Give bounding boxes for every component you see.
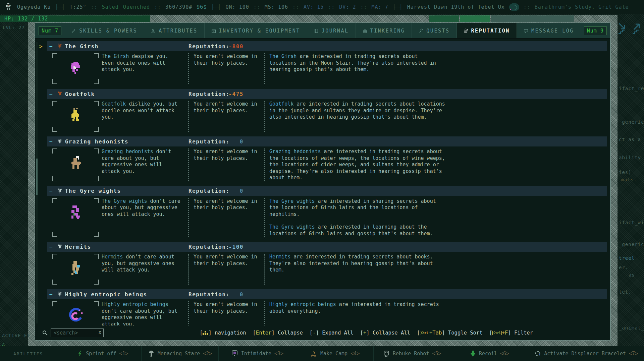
window-footer: X [] navigation [Enter] Collapse [-] Exp… (35, 325, 610, 340)
hint-collapse-all: [+] Collapse All (360, 330, 410, 336)
faction-header[interactable]: > − The Girsh Reputation: -800 (47, 41, 607, 51)
num7-hotkey-badge: Num 7 (39, 26, 61, 35)
hermit-creature-sprite (69, 260, 84, 277)
location-name: Barathrum's Study, Grit Gate (535, 4, 629, 10)
ctrl-key-icon: Ctrl (420, 331, 429, 335)
tab-quests[interactable]: QUESTS (412, 23, 456, 38)
faction-interests: The Girsh are interested in trading secr… (264, 53, 445, 84)
faction-interests: Goatfolk are interested in trading secre… (264, 101, 445, 132)
ability-make-camp[interactable]: Make Camp<4> (296, 346, 373, 361)
displacer-bracelet-icon (534, 350, 541, 357)
stairs-up-icon[interactable] (631, 22, 642, 35)
faction-name: Goatfolk (65, 91, 95, 97)
tab-tinkering[interactable]: TINKERING (356, 23, 412, 38)
collapse-toggle[interactable]: − (49, 291, 53, 298)
tab-message-log[interactable]: MESSAGE LOG (517, 23, 581, 38)
money: 96$ (197, 4, 207, 10)
tab-journal[interactable]: JOURNAL (307, 23, 356, 38)
navpad-icon (203, 331, 208, 335)
stat-av: AV: 15 (304, 4, 324, 10)
bg-fragment: ability (619, 155, 641, 160)
bg-fragment: er. (619, 265, 628, 270)
faction-tree-icon (57, 244, 62, 250)
abilities-title: ABILITIES (0, 346, 64, 361)
bg-fragment: _generic (619, 119, 644, 125)
faction-header[interactable]: − Highly entropic beings Reputation: 0 (47, 289, 607, 299)
collapse-toggle[interactable]: − (49, 244, 53, 250)
bg-fragment: ies) (619, 170, 632, 175)
tab-inventory-equipment[interactable]: INVENTORY & EQUIPMENT (204, 23, 307, 38)
divider: ├─┤ (55, 4, 65, 10)
scrollbar[interactable] (36, 42, 38, 323)
stat-bar-segment (491, 15, 574, 22)
keyboard-hints: [] navigation [Enter] Collapse [-] Expan… (200, 330, 533, 336)
faction-header[interactable]: − Goatfolk Reputation: -475 (47, 89, 607, 99)
collapse-toggle[interactable]: − (49, 43, 53, 50)
faction-row: − Goatfolk Reputation: -475 (47, 89, 607, 134)
reputation-value: 0 (215, 138, 244, 145)
faction-name: Hermits (65, 244, 91, 250)
faction-header[interactable]: − The Gyre wights Reputation: 0 (47, 186, 607, 196)
recoil-icon (470, 350, 476, 357)
make-camp-icon (310, 350, 317, 357)
faction-tree-icon (57, 91, 62, 97)
faction-name: The Gyre wights (65, 188, 121, 194)
bg-fragment: ACTIVE EF (2, 333, 31, 338)
bg-fragment: _animal_ (619, 325, 644, 330)
stairs-down-icon[interactable] (617, 22, 628, 35)
bg-fragment: ct as a (619, 137, 641, 142)
ability-activate-displacer-bracelet[interactable]: Activate Displacer Bracelet<7> (528, 346, 644, 361)
search-input[interactable] (51, 328, 104, 337)
faction-portrait (51, 53, 102, 84)
hint-expand-all: [-] Expand All (310, 330, 354, 336)
faction-portrait (51, 301, 102, 329)
tab-reputation[interactable]: REPUTATION (457, 23, 517, 38)
bg-fragment: ifact_re (619, 86, 644, 91)
bg-fragment: treel (619, 255, 635, 261)
bg-fragment: as (629, 272, 635, 278)
tab-skills-powers[interactable]: SKILLS & POWERS (65, 23, 144, 38)
gyre-wight-creature-sprite (69, 204, 84, 222)
scroll-icon (464, 28, 468, 33)
ability-intimidate[interactable]: Intimidate<3> (218, 346, 296, 361)
grazing-hedonist-creature-sprite (69, 155, 84, 172)
faction-row: − Highly entropic beings Reputation: 0 (47, 289, 607, 329)
faction-holy-status: You aren't welcome in their holy places. (188, 101, 259, 132)
faction-holy-status: You aren't welcome in their holy places. (188, 148, 259, 181)
scrollbar-thumb[interactable] (36, 159, 38, 195)
faction-portrait (51, 148, 102, 181)
bg-fragment: LVL: 27 (3, 25, 25, 30)
faction-holy-status: You aren't welcome in their holy places. (188, 53, 259, 84)
faction-list: ▲▲ > − The Girsh Reputation: -800 (35, 39, 610, 329)
faction-portrait (51, 101, 102, 132)
goatfolk-creature-sprite (69, 107, 84, 124)
faction-name: The Girsh (65, 43, 99, 50)
faction-header[interactable]: − Hermits Reputation: -100 (47, 242, 607, 252)
selection-cursor: > (39, 43, 43, 50)
search-icon (42, 330, 48, 336)
tab-attributes[interactable]: ATTRIBUTES (144, 23, 204, 38)
ability-menacing-stare[interactable]: Menacing Stare<2> (141, 346, 219, 361)
girsh-creature-sprite (69, 59, 84, 77)
collapse-toggle[interactable]: − (49, 138, 53, 145)
collapse-toggle[interactable]: − (49, 188, 53, 194)
collapse-toggle[interactable]: − (49, 91, 53, 97)
ability-sprint[interactable]: Sprintoff<1> (64, 346, 141, 361)
clear-search-button[interactable]: X (99, 330, 101, 335)
moon-phase-icon (509, 3, 519, 11)
player-name: Ogeyeda Ku (17, 4, 51, 10)
abilities-bar: ABILITIES Sprintoff<1> Menacing Stare<2>… (0, 346, 644, 361)
stat-bar-segment (429, 15, 459, 22)
chat-icon (524, 28, 528, 33)
faction-feeling: Grazing hedonists don't care about you, … (102, 148, 182, 181)
ability-rebuke-robot[interactable]: Rebuke Robot<5> (373, 346, 451, 361)
ability-recoil[interactable]: Recoil<6> (451, 346, 528, 361)
stat-dv: DV: 2 (339, 4, 356, 10)
person-icon (151, 28, 156, 33)
menacing-stare-icon (148, 350, 155, 358)
faction-name: Highly entropic beings (65, 291, 147, 298)
faction-header[interactable]: − Grazing hedonists Reputation: 0 (47, 136, 607, 146)
carry-weight: 360/390# (165, 4, 192, 10)
top-status-bar: Ogeyeda Ku ├─┤ T:25° :: Sated Quenched :… (0, 0, 644, 14)
rebuke-robot-icon (383, 350, 390, 358)
